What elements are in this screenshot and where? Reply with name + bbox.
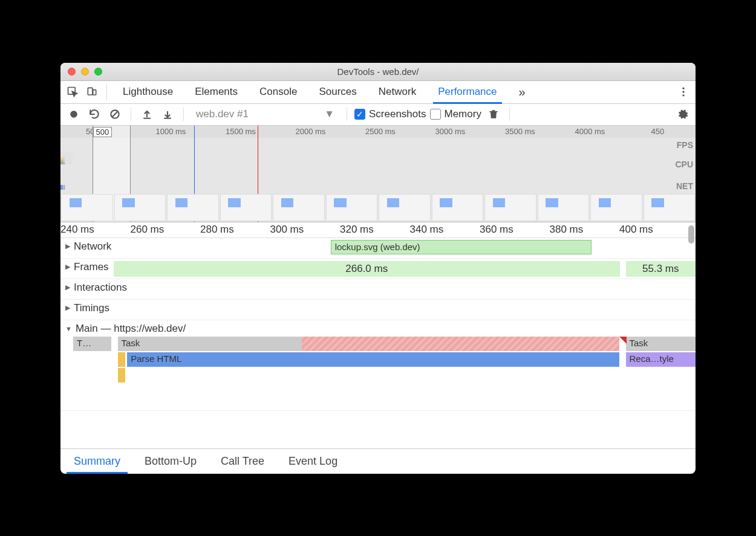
overview-tick: 4000 ms (575, 127, 605, 136)
cpu-lane (60, 152, 696, 182)
memory-checkbox[interactable]: Memory (430, 108, 481, 120)
ruler-tick: 260 ms (131, 224, 165, 236)
upload-profile-icon[interactable] (138, 106, 155, 123)
track-frames[interactable]: ▶Frames 266.0 ms55.3 ms (60, 259, 696, 279)
tab-console[interactable]: Console (250, 81, 307, 103)
window-title: DevTools - web.dev/ (60, 66, 696, 77)
track-main[interactable]: ▼Main — https://web.dev/ T…TaskTask Pars… (60, 320, 696, 411)
reload-button[interactable] (86, 106, 103, 123)
tab-network[interactable]: Network (369, 81, 426, 103)
devtools-window: DevTools - web.dev/ Lighthouse Elements … (60, 63, 696, 474)
scrollbar-vertical[interactable] (688, 238, 694, 244)
performance-toolbar: web.dev #1 ▼ ✓ Screenshots Memory (60, 104, 696, 126)
overview-tick: 3500 ms (505, 127, 535, 136)
svg-point-5 (682, 94, 684, 96)
capture-settings-gear-icon[interactable] (674, 106, 691, 123)
tab-lighthouse[interactable]: Lighthouse (113, 81, 183, 103)
flame-block[interactable] (118, 368, 125, 383)
track-network[interactable]: ▶Network lockup.svg (web.dev) (60, 238, 696, 259)
tabs-overflow-button[interactable]: » (509, 81, 535, 103)
svg-rect-15 (63, 185, 64, 190)
checkbox-icon (430, 109, 441, 120)
flame-block[interactable] (302, 337, 619, 351)
svg-rect-13 (60, 185, 62, 190)
ruler-tick: 300 ms (270, 224, 304, 236)
titlebar: DevTools - web.dev/ (60, 63, 696, 81)
inspect-element-icon[interactable] (64, 83, 81, 100)
flame-block[interactable]: Task (626, 337, 696, 351)
btab-event-log[interactable]: Event Log (278, 449, 348, 474)
network-block[interactable]: lockup.svg (web.dev) (331, 240, 591, 254)
svg-point-6 (70, 111, 77, 118)
net-lane-label: NET (676, 181, 693, 191)
net-lane (60, 182, 696, 191)
flame-block[interactable]: Parse HTML (127, 352, 619, 367)
fps-lane-label: FPS (677, 140, 693, 150)
clear-button[interactable] (106, 106, 123, 123)
main-tabstrip: Lighthouse Elements Console Sources Netw… (60, 81, 696, 104)
screenshots-checkbox[interactable]: ✓ Screenshots (354, 108, 426, 120)
ruler-tick: 400 ms (619, 224, 653, 236)
svg-rect-14 (62, 185, 62, 190)
chevron-down-icon: ▼ (324, 108, 334, 120)
device-toolbar-icon[interactable] (83, 83, 100, 100)
flame-block[interactable] (118, 352, 126, 367)
frame-block[interactable]: 55.3 ms (626, 261, 696, 277)
tracks-area[interactable]: ▶Network lockup.svg (web.dev) ▶Frames 26… (60, 238, 696, 448)
svg-rect-16 (64, 185, 65, 190)
ruler-tick: 340 ms (410, 224, 444, 236)
svg-rect-2 (93, 90, 96, 95)
overview-badge: 500 (93, 127, 112, 137)
record-button[interactable] (65, 106, 82, 123)
tab-elements[interactable]: Elements (185, 81, 247, 103)
download-profile-icon[interactable] (159, 106, 176, 123)
tab-sources[interactable]: Sources (309, 81, 366, 103)
svg-line-8 (112, 111, 118, 117)
overview-tick: 3000 ms (435, 127, 466, 136)
btab-bottom-up[interactable]: Bottom-Up (134, 449, 207, 474)
recording-select[interactable]: web.dev #1 ▼ (191, 106, 339, 122)
svg-rect-1 (88, 88, 93, 95)
garbage-collect-icon[interactable] (485, 106, 502, 123)
more-options-icon[interactable] (675, 83, 692, 100)
ruler-tick: 280 ms (200, 224, 234, 236)
cpu-lane-label: CPU (675, 160, 693, 169)
overview-tick: 1000 ms (156, 127, 186, 136)
ruler-tick: 380 ms (550, 224, 584, 236)
btab-call-tree[interactable]: Call Tree (210, 449, 275, 474)
overview-tick: 1500 ms (226, 127, 256, 136)
ruler-tick: 320 ms (340, 224, 374, 236)
svg-point-4 (682, 91, 684, 92)
frame-block[interactable]: 266.0 ms (114, 261, 620, 277)
flame-block[interactable]: Reca…tyle (626, 352, 696, 367)
svg-rect-11 (489, 111, 497, 112)
ruler-tick: 360 ms (480, 224, 513, 236)
recording-name: web.dev #1 (196, 108, 249, 120)
overview-tick: 2000 ms (296, 127, 326, 136)
svg-point-3 (682, 88, 684, 89)
ruler-tick: 240 ms (60, 224, 94, 236)
details-tabstrip: Summary Bottom-Up Call Tree Event Log (60, 448, 696, 474)
tab-performance[interactable]: Performance (428, 81, 506, 103)
screenshot-thumbnails (60, 193, 696, 222)
overview-tick: 2500 ms (365, 127, 396, 136)
btab-summary[interactable]: Summary (63, 449, 131, 474)
long-task-warning-icon (619, 337, 627, 344)
flame-block[interactable]: T… (73, 337, 111, 351)
track-interactions[interactable]: ▶Interactions (60, 279, 696, 300)
track-timings[interactable]: ▶Timings (60, 300, 696, 320)
checkbox-checked-icon: ✓ (354, 109, 365, 120)
overview-timeline[interactable]: 500 ms1000 ms1500 ms2000 ms2500 ms3000 m… (60, 126, 696, 222)
flame-block[interactable]: Task (118, 337, 302, 351)
overview-tick: 450 (651, 127, 665, 136)
detail-ruler[interactable]: 240 ms260 ms280 ms300 ms320 ms340 ms360 … (60, 222, 696, 238)
